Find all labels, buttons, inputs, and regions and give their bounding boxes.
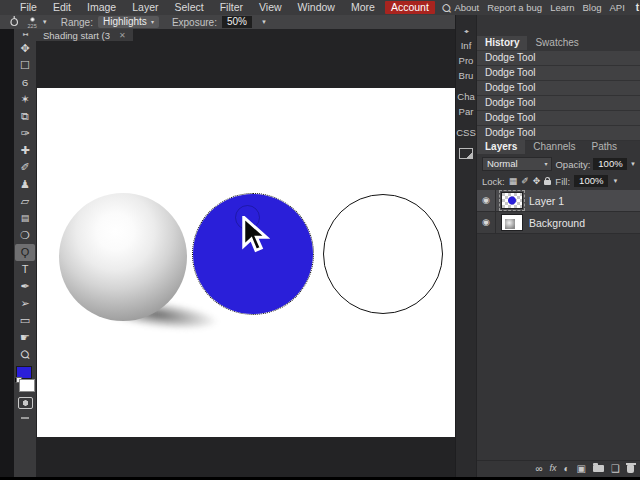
account-button[interactable]: Account [385, 1, 435, 14]
brush-preset-button[interactable]: 225 [28, 17, 37, 28]
menu-more[interactable]: More [343, 0, 383, 15]
image-panel-icon[interactable] [459, 148, 473, 159]
menu-file[interactable]: File [12, 0, 45, 15]
tab-history[interactable]: History [477, 36, 527, 50]
lock-all-icon[interactable] [544, 180, 551, 185]
screen-mode-icon[interactable] [21, 417, 29, 419]
link-learn[interactable]: Learn [546, 0, 578, 15]
marquee-tool[interactable]: ☐ [15, 57, 35, 74]
adjustment-layer-icon[interactable]: ◐ [564, 463, 570, 474]
shaded-sphere[interactable] [59, 193, 187, 321]
blur-tool[interactable]: ❍ [15, 227, 35, 244]
quick-mask-icon[interactable] [18, 397, 33, 409]
opacity-input[interactable]: 100% [593, 158, 627, 170]
toolbar-collapse-icon[interactable]: ▸◂ [23, 29, 27, 40]
layer-visibility-icon[interactable]: ◉ [477, 190, 496, 211]
brush-preset-caret[interactable]: ▼ [42, 19, 48, 25]
menu-select[interactable]: Select [166, 0, 211, 15]
outline-circle[interactable] [323, 194, 443, 314]
history-entry[interactable]: Dodge Tool [477, 51, 640, 66]
layer-row-background[interactable]: ◉ Background [477, 212, 640, 234]
layer-effects-icon[interactable]: fx [550, 463, 557, 473]
link-report-a-bug[interactable]: Report a bug [483, 0, 546, 15]
link-api[interactable]: API [605, 0, 628, 15]
delete-layer-icon[interactable] [627, 465, 634, 473]
menu-right-links: About Report a bug Learn Blog API t f [450, 0, 640, 15]
rail-item-inf[interactable]: Inf [461, 38, 472, 53]
tab-swatches[interactable]: Swatches [527, 36, 586, 50]
dodge-tool[interactable]: Ϙ [15, 244, 35, 261]
rail-item-css[interactable]: CSS [456, 125, 476, 140]
lasso-tool[interactable]: ϭ [15, 74, 35, 91]
pen-tool[interactable]: ✒ [15, 278, 35, 295]
spot-healing-tool[interactable]: ✚ [15, 142, 35, 159]
link-layers-icon[interactable]: ∞ [535, 463, 542, 474]
menu-bar: File Edit Image Layer Select Filter View… [0, 0, 640, 15]
history-entry[interactable]: Dodge Tool [477, 126, 640, 141]
exposure-input[interactable]: 50% [222, 16, 252, 28]
eraser-tool[interactable]: ▱ [15, 193, 35, 210]
link-about[interactable]: About [450, 0, 483, 15]
eyedropper-tool[interactable]: ✑ [15, 125, 35, 142]
fill-input[interactable]: 100% [574, 175, 608, 187]
rail-item-par[interactable]: Par [459, 104, 474, 119]
blend-mode-dropdown[interactable]: Normal ▾ [482, 157, 552, 171]
opacity-label: Opacity: [555, 159, 590, 170]
tab-close-icon[interactable]: ✕ [119, 31, 126, 40]
rail-item-cha[interactable]: Cha [457, 89, 474, 104]
tab-paths[interactable]: Paths [584, 140, 626, 154]
clone-stamp-tool[interactable]: ♟ [15, 176, 35, 193]
range-dropdown[interactable]: Highlights ▾ [98, 16, 159, 28]
tab-channels[interactable]: Channels [525, 140, 583, 154]
lock-transparency-icon[interactable]: ▦ [509, 176, 518, 186]
rail-item-pro[interactable]: Pro [459, 53, 474, 68]
gradient-tool[interactable]: ▤ [15, 210, 35, 227]
menu-filter[interactable]: Filter [212, 0, 251, 15]
lock-paint-icon[interactable]: ✐ [521, 176, 529, 186]
rail-collapse-icon[interactable]: ◂▸ [464, 24, 468, 38]
crop-tool[interactable]: ⧉ [15, 108, 35, 125]
rectangle-tool[interactable]: ▭ [15, 312, 35, 329]
layer-mask-icon[interactable]: ▣ [577, 463, 586, 474]
link-blog[interactable]: Blog [578, 0, 605, 15]
tab-layers[interactable]: Layers [477, 140, 525, 154]
lock-position-icon[interactable]: ✥ [533, 176, 541, 186]
move-tool[interactable]: ✥ [15, 40, 35, 57]
magic-wand-tool[interactable]: ✶ [15, 91, 35, 108]
menu-layer[interactable]: Layer [124, 0, 166, 15]
menu-image[interactable]: Image [79, 0, 124, 15]
menu-window[interactable]: Window [290, 0, 343, 15]
new-group-icon[interactable] [593, 465, 604, 472]
type-tool[interactable]: T [15, 261, 35, 278]
layer-thumbnail[interactable] [501, 192, 523, 209]
menu-edit[interactable]: Edit [45, 0, 79, 15]
range-label: Range: [61, 17, 93, 28]
opacity-slider-caret[interactable]: ▼ [630, 161, 636, 167]
history-entry[interactable]: Dodge Tool [477, 66, 640, 81]
fill-slider-caret[interactable]: ▼ [612, 178, 618, 184]
layer-row-layer1[interactable]: ◉ Layer 1 [477, 190, 640, 212]
layers-panel-footer: ∞ fx ◐ ▣ ❑ [477, 460, 640, 475]
new-layer-icon[interactable]: ❑ [611, 463, 620, 474]
tool-options-bar: Ϙ 225 ▼ Range: Highlights ▾ Exposure: 50… [0, 15, 456, 29]
document-tab[interactable]: Shading start (3 ✕ [36, 29, 133, 41]
layer-name[interactable]: Layer 1 [529, 195, 564, 207]
background-color-swatch[interactable] [19, 379, 35, 392]
brush-tool[interactable]: ✐ [15, 159, 35, 176]
canvas[interactable] [37, 88, 455, 437]
layers-panel: Layers Channels Paths Normal ▾ Opacity: … [477, 140, 640, 234]
history-entry[interactable]: Dodge Tool [477, 96, 640, 111]
twitter-icon[interactable]: t [632, 2, 640, 13]
layer-visibility-icon[interactable]: ◉ [477, 212, 496, 233]
layer-thumbnail[interactable] [501, 214, 523, 231]
history-entry[interactable]: Dodge Tool [477, 111, 640, 126]
rail-item-bru[interactable]: Bru [459, 68, 474, 83]
panel-rail: ◂▸ Inf Pro Bru Cha Par CSS [455, 15, 476, 477]
menu-view[interactable]: View [251, 0, 290, 15]
layer-name[interactable]: Background [529, 217, 585, 229]
brush-preview-dot [30, 17, 35, 22]
path-select-tool[interactable]: ➢ [15, 295, 35, 312]
blend-opacity-row: Normal ▾ Opacity: 100% ▼ [477, 154, 640, 173]
history-entry[interactable]: Dodge Tool [477, 81, 640, 96]
exposure-slider-caret[interactable]: ▼ [261, 19, 267, 25]
